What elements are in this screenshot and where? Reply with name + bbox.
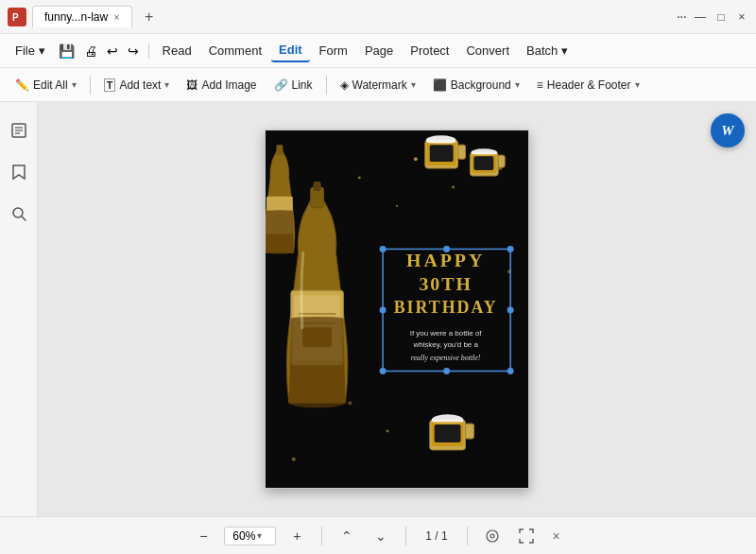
- header-footer-button[interactable]: ≡ Header & Footer ▾: [529, 75, 647, 95]
- side-panel: [0, 102, 38, 516]
- edit-all-icon: ✏️: [15, 78, 29, 92]
- bookmark-panel-icon[interactable]: [6, 159, 32, 185]
- svg-text:really expensive bottle!: really expensive bottle!: [411, 354, 481, 362]
- canvas-area[interactable]: HAPPY 30TH BIRTHDAY If you were a bottle…: [38, 102, 756, 516]
- more-options-button[interactable]: ···: [677, 9, 686, 26]
- svg-text:30TH: 30TH: [419, 273, 472, 294]
- pdf-page: HAPPY 30TH BIRTHDAY If you were a bottle…: [265, 130, 529, 489]
- close-window-button[interactable]: ×: [735, 10, 748, 24]
- title-bar: P funny...n-law × + ··· — □ ×: [0, 0, 756, 34]
- background-arrow: ▾: [515, 79, 520, 90]
- svg-point-39: [348, 401, 352, 405]
- svg-point-49: [380, 246, 387, 252]
- edit-all-arrow: ▾: [72, 79, 77, 90]
- tab-close-icon[interactable]: ×: [113, 11, 119, 23]
- svg-text:whiskey, you'd be a: whiskey, you'd be a: [412, 340, 478, 349]
- svg-point-53: [443, 246, 450, 252]
- add-image-button[interactable]: 🖼 Add Image: [179, 75, 264, 95]
- add-text-button[interactable]: T Add text ▾: [96, 75, 178, 95]
- svg-text:If you were a bottle of: If you were a bottle of: [410, 329, 483, 338]
- toolbar-sep-2: [326, 76, 327, 95]
- fullscreen-button[interactable]: [513, 523, 540, 549]
- svg-rect-10: [314, 182, 321, 191]
- print-icon[interactable]: 🖨: [80, 40, 101, 62]
- menu-convert[interactable]: Convert: [458, 40, 517, 61]
- menu-file[interactable]: File ▾: [8, 40, 53, 61]
- svg-point-36: [498, 166, 502, 170]
- svg-line-7: [22, 216, 26, 220]
- background-button[interactable]: ⬛ Background ▾: [425, 75, 527, 95]
- undo-icon[interactable]: ↩: [103, 40, 122, 62]
- zoom-in-button[interactable]: +: [284, 523, 310, 549]
- svg-point-34: [452, 185, 455, 188]
- menu-bar: File ▾ 💾 🖨 ↩ ↪ Read Comment Edit Form Pa…: [0, 34, 756, 68]
- link-icon: 🔗: [274, 78, 288, 92]
- card-content: HAPPY 30TH BIRTHDAY If you were a bottle…: [266, 130, 528, 488]
- title-bar-right: ··· — □ ×: [677, 9, 748, 26]
- add-text-arrow: ▾: [164, 79, 169, 90]
- main-area: HAPPY 30TH BIRTHDAY If you were a bottle…: [0, 102, 756, 516]
- header-footer-icon: ≡: [537, 78, 543, 92]
- svg-rect-27: [465, 424, 473, 439]
- link-button[interactable]: 🔗 Link: [266, 75, 320, 95]
- maximize-button[interactable]: □: [714, 10, 728, 24]
- menu-batch[interactable]: Batch ▾: [519, 40, 576, 61]
- new-tab-button[interactable]: +: [138, 6, 161, 28]
- svg-rect-31: [276, 145, 283, 155]
- app-icon: P: [8, 8, 26, 26]
- svg-point-57: [487, 530, 498, 542]
- zoom-level-display[interactable]: 60% ▾: [224, 527, 276, 545]
- svg-point-37: [358, 177, 361, 180]
- svg-point-58: [490, 534, 494, 538]
- zoom-out-button[interactable]: −: [190, 523, 216, 549]
- menu-comment[interactable]: Comment: [201, 40, 269, 61]
- header-footer-arrow: ▾: [635, 79, 640, 90]
- svg-point-51: [380, 368, 387, 374]
- svg-point-35: [396, 205, 398, 207]
- svg-point-52: [507, 368, 514, 374]
- scroll-up-button[interactable]: ⌃: [334, 523, 360, 549]
- svg-point-54: [443, 368, 450, 374]
- add-text-icon: T: [104, 78, 116, 92]
- svg-rect-30: [435, 424, 461, 442]
- redo-icon[interactable]: ↪: [124, 40, 143, 62]
- svg-rect-22: [498, 155, 505, 167]
- close-toolbar-button[interactable]: ×: [547, 527, 566, 545]
- watermark-icon: ◈: [340, 78, 349, 92]
- scroll-down-button[interactable]: ⌄: [368, 523, 394, 549]
- watermark-arrow: ▾: [411, 79, 416, 90]
- svg-point-56: [507, 307, 514, 314]
- word-export-button[interactable]: W: [711, 113, 745, 147]
- menu-page[interactable]: Page: [357, 40, 401, 61]
- save-icon[interactable]: 💾: [55, 40, 78, 62]
- bottom-sep-2: [405, 527, 406, 545]
- tab-title: funny...n-law: [44, 10, 108, 24]
- menu-edit[interactable]: Edit: [271, 39, 310, 62]
- menu-separator: [148, 43, 149, 59]
- svg-point-33: [414, 157, 418, 161]
- search-panel-icon[interactable]: [6, 200, 32, 227]
- active-tab[interactable]: funny...n-law ×: [32, 6, 132, 27]
- menu-form[interactable]: Form: [312, 40, 355, 61]
- fit-page-button[interactable]: [479, 523, 506, 549]
- svg-text:HAPPY: HAPPY: [406, 250, 485, 270]
- svg-point-55: [380, 307, 387, 314]
- edit-all-button[interactable]: ✏️ Edit All ▾: [8, 75, 84, 95]
- watermark-button[interactable]: ◈ Watermark ▾: [333, 75, 423, 95]
- menu-protect[interactable]: Protect: [403, 40, 456, 61]
- svg-text:P: P: [12, 12, 19, 23]
- bottom-sep-1: [321, 527, 322, 545]
- pages-panel-icon[interactable]: [6, 117, 32, 144]
- toolbar-sep-1: [90, 76, 91, 95]
- svg-point-41: [292, 458, 296, 461]
- minimize-button[interactable]: —: [694, 10, 707, 24]
- add-image-icon: 🖼: [186, 78, 198, 92]
- svg-text:BIRTHDAY: BIRTHDAY: [394, 298, 498, 317]
- background-icon: ⬛: [433, 78, 447, 92]
- toolbar: ✏️ Edit All ▾ T Add text ▾ 🖼 Add Image 🔗…: [0, 68, 756, 102]
- svg-point-40: [387, 430, 389, 433]
- svg-rect-20: [430, 145, 454, 162]
- title-bar-left: P funny...n-law × +: [8, 6, 677, 28]
- svg-rect-25: [473, 156, 493, 170]
- menu-read[interactable]: Read: [155, 40, 199, 61]
